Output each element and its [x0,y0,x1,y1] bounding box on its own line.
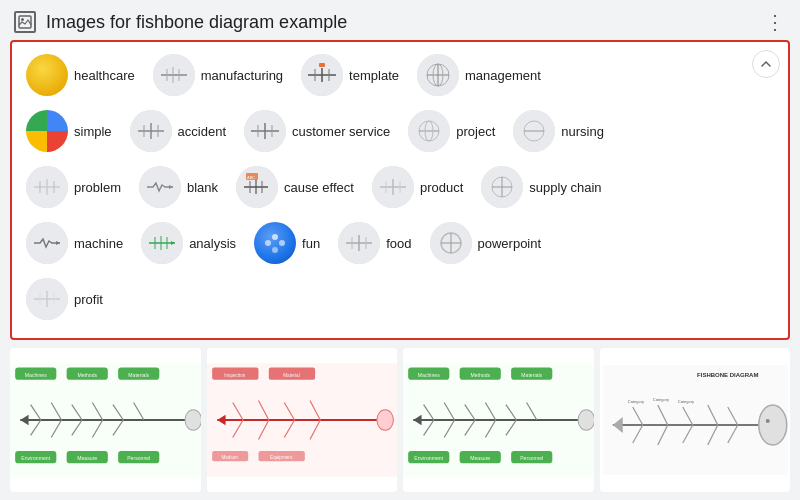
image-card-4[interactable]: FISHBONE DIAGRAM [600,348,791,492]
svg-text:Measure: Measure [77,455,97,461]
tag-thumb-profit [26,278,68,320]
tag-thumb-blank [139,166,181,208]
svg-text:FISHBONE DIAGRAM: FISHBONE DIAGRAM [697,372,758,378]
svg-point-141 [578,410,593,431]
svg-text:Methods: Methods [470,372,490,378]
tags-row-5: profit [22,274,778,324]
tag-label-profit: profit [74,292,103,307]
svg-text:Category: Category [677,399,693,404]
svg-rect-12 [319,63,325,67]
tag-project[interactable]: project [404,106,505,156]
tag-healthcare[interactable]: healthcare [22,50,145,100]
tag-label-nursing: nursing [561,124,604,139]
svg-text:Measure: Measure [470,455,490,461]
tag-thumb-food [338,222,380,264]
tag-label-project: project [456,124,495,139]
svg-point-119 [376,410,392,431]
tag-label-manufacturing: manufacturing [201,68,283,83]
tag-thumb-product [372,166,414,208]
collapse-button[interactable] [752,50,780,78]
tag-supply-chain[interactable]: supply chain [477,162,611,212]
tag-machine[interactable]: machine [22,218,133,268]
tag-powerpoint[interactable]: powerpoint [426,218,552,268]
header: Images for fishbone diagram example ⋮ [0,0,800,40]
tag-management[interactable]: management [413,50,551,100]
tag-thumb-problem [26,166,68,208]
image-card-3[interactable]: Machines Methods Materials [403,348,594,492]
tag-label-cause-effect: cause effect [284,180,354,195]
page-title: Images for fishbone diagram example [46,12,755,33]
tag-customer-service[interactable]: customer service [240,106,400,156]
svg-rect-58 [26,222,68,264]
tag-label-problem: problem [74,180,121,195]
tag-label-accident: accident [178,124,226,139]
image-card-1[interactable]: Machines Methods Materials [10,348,201,492]
tag-thumb-customer-service [244,110,286,152]
tag-thumb-simple [26,110,68,152]
page-wrapper: Images for fishbone diagram example ⋮ he… [0,0,800,500]
tag-label-powerpoint: powerpoint [478,236,542,251]
tag-thumb-fun [254,222,296,264]
svg-text:Equipment: Equipment [270,455,293,460]
tag-label-analysis: analysis [189,236,236,251]
svg-text:Machines: Machines [25,372,47,378]
svg-point-69 [279,240,285,246]
tags-section: healthcare manufacturing [10,40,790,340]
svg-point-70 [272,247,278,253]
svg-point-164 [765,419,769,423]
tag-profit[interactable]: profit [22,274,113,324]
svg-rect-66 [254,222,296,264]
tag-fun[interactable]: fun [250,218,330,268]
svg-text:Category: Category [652,397,668,402]
svg-text:Personnel: Personnel [127,455,150,461]
tag-template[interactable]: template [297,50,409,100]
images-strip: Machines Methods Materials [0,340,800,500]
svg-point-163 [758,405,786,445]
tag-thumb-nursing [513,110,555,152]
tag-label-blank: blank [187,180,218,195]
tag-label-food: food [386,236,411,251]
svg-rect-40 [139,166,181,208]
tag-food[interactable]: food [334,218,421,268]
tag-thumb-machine [26,222,68,264]
tag-thumb-supply-chain [481,166,523,208]
tag-label-fun: fun [302,236,320,251]
tags-row-1: healthcare manufacturing [22,50,778,100]
svg-point-68 [272,234,278,240]
image-card-2[interactable]: Inspection Material Medium Equipment [207,348,398,492]
svg-text:Personnel: Personnel [520,455,543,461]
tag-manufacturing[interactable]: manufacturing [149,50,293,100]
tag-thumb-management [417,54,459,96]
tags-row-3: problem blank [22,162,778,212]
header-menu-icon[interactable]: ⋮ [765,10,786,34]
svg-text:Category: Category [627,399,643,404]
tag-label-healthcare: healthcare [74,68,135,83]
svg-text:Materials: Materials [128,372,149,378]
svg-text:Material: Material [283,373,299,378]
tag-thumb-cause-effect: ABC [236,166,278,208]
svg-text:Environment: Environment [414,455,443,461]
tag-thumb-manufacturing [153,54,195,96]
tag-product[interactable]: product [368,162,473,212]
svg-point-94 [185,410,200,431]
tag-cause-effect[interactable]: ABC cause effect [232,162,364,212]
svg-point-1 [21,18,24,21]
svg-text:Machines: Machines [418,372,440,378]
tag-label-management: management [465,68,541,83]
tag-label-product: product [420,180,463,195]
image-icon [14,11,36,33]
tag-analysis[interactable]: analysis [137,218,246,268]
tag-accident[interactable]: accident [126,106,236,156]
tag-blank[interactable]: blank [135,162,228,212]
tags-row-2: simple accident [22,106,778,156]
tag-nursing[interactable]: nursing [509,106,614,156]
tag-label-supply-chain: supply chain [529,180,601,195]
tag-problem[interactable]: problem [22,162,131,212]
svg-text:Inspection: Inspection [224,373,246,378]
tag-label-machine: machine [74,236,123,251]
tag-label-customer-service: customer service [292,124,390,139]
tag-simple[interactable]: simple [22,106,122,156]
svg-text:ABC: ABC [247,175,255,180]
tag-thumb-analysis [141,222,183,264]
tag-label-simple: simple [74,124,112,139]
